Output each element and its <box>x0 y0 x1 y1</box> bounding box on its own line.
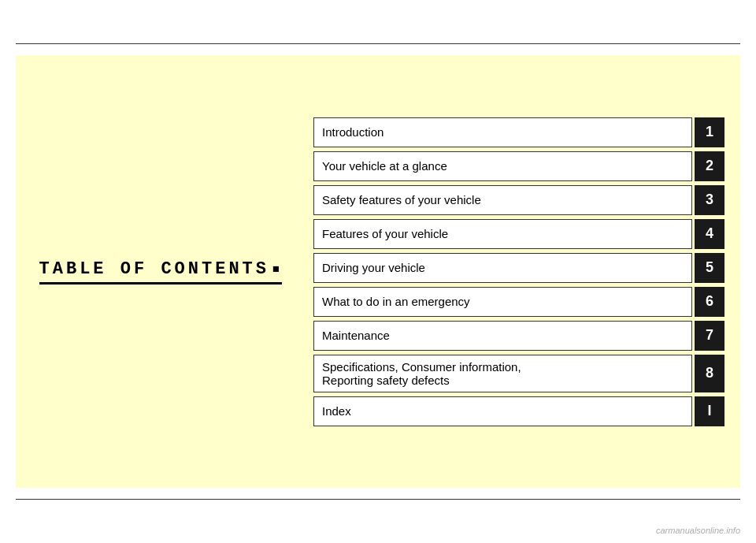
toc-item-label: What to do in an emergency <box>313 287 692 317</box>
toc-item-label: Driving your vehicle <box>313 253 692 283</box>
toc-item-label: Your vehicle at a glance <box>313 151 692 181</box>
toc-item-number: 4 <box>695 219 724 249</box>
toc-item-label: Introduction <box>313 117 692 147</box>
toc-item-number: 1 <box>695 117 724 147</box>
toc-row[interactable]: What to do in an emergency6 <box>313 287 724 317</box>
toc-item-label: Safety features of your vehicle <box>313 185 692 215</box>
toc-item-label: Index <box>313 396 692 426</box>
toc-row[interactable]: Features of your vehicle4 <box>313 219 724 249</box>
toc-row[interactable]: Introduction1 <box>313 117 724 147</box>
main-content-area: TABLE OF CONTENTS Introduction1Your vehi… <box>16 55 740 488</box>
toc-row[interactable]: Safety features of your vehicle3 <box>313 185 724 215</box>
toc-item-number: 2 <box>695 151 724 181</box>
top-horizontal-rule <box>16 43 740 44</box>
toc-row[interactable]: Maintenance7 <box>313 321 724 351</box>
toc-item-label: Features of your vehicle <box>313 219 692 249</box>
toc-row[interactable]: IndexI <box>313 396 724 426</box>
bottom-horizontal-rule <box>16 499 740 500</box>
toc-list: Introduction1Your vehicle at a glance2Sa… <box>306 110 740 434</box>
watermark: carmanualsonline.info <box>656 526 740 535</box>
toc-item-number: 7 <box>695 321 724 351</box>
toc-item-number: 8 <box>695 355 724 392</box>
toc-item-number: 3 <box>695 185 724 215</box>
left-panel: TABLE OF CONTENTS <box>16 244 306 300</box>
toc-item-number: I <box>695 396 724 426</box>
toc-row[interactable]: Your vehicle at a glance2 <box>313 151 724 181</box>
toc-title: TABLE OF CONTENTS <box>39 259 283 285</box>
toc-item-label: Maintenance <box>313 321 692 351</box>
toc-item-number: 5 <box>695 253 724 283</box>
toc-row[interactable]: Specifications, Consumer information, Re… <box>313 355 724 392</box>
toc-item-number: 6 <box>695 287 724 317</box>
toc-row[interactable]: Driving your vehicle5 <box>313 253 724 283</box>
toc-item-label: Specifications, Consumer information, Re… <box>313 355 692 392</box>
